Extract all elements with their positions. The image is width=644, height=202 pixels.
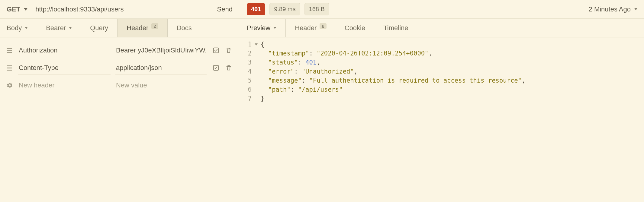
tab-label: Bearer xyxy=(46,24,66,32)
code-line: 4 "error": "Unauthorized", xyxy=(240,67,644,76)
tab-label: Timeline xyxy=(383,24,408,32)
tab-label: Preview xyxy=(247,24,270,32)
url-input[interactable] xyxy=(35,5,216,13)
chevron-down-icon xyxy=(273,27,276,29)
tab-preview[interactable]: Preview xyxy=(240,19,286,37)
chevron-down-icon xyxy=(634,8,637,10)
gear-icon[interactable] xyxy=(7,82,14,88)
tab-query[interactable]: Query xyxy=(81,19,117,37)
chevron-down-icon xyxy=(69,27,72,29)
headers-area xyxy=(0,37,240,94)
code-line: 3 "status": 401, xyxy=(240,58,644,67)
tab-label: Cookie xyxy=(345,24,365,32)
response-age-label: 2 Minutes Ago xyxy=(589,5,631,13)
header-row xyxy=(7,59,233,77)
delete-icon[interactable] xyxy=(225,65,232,71)
toggle-enabled-icon[interactable] xyxy=(213,47,219,54)
drag-handle-icon[interactable] xyxy=(7,65,14,71)
new-header-value-input[interactable] xyxy=(115,79,207,92)
tab-docs[interactable]: Docs xyxy=(168,19,201,37)
response-age-dropdown[interactable]: 2 Minutes Ago xyxy=(589,5,637,13)
response-time-badge: 9.89 ms xyxy=(269,3,300,15)
tab-response-header[interactable]: Header 8 xyxy=(286,19,336,37)
header-value-input[interactable] xyxy=(115,62,207,74)
request-pane: GET Send Body Bearer Query Header 2 xyxy=(0,0,240,202)
status-code-badge: 401 xyxy=(247,3,265,15)
tab-label: Header xyxy=(295,24,317,32)
tab-cookie[interactable]: Cookie xyxy=(336,19,374,37)
request-tabs: Body Bearer Query Header 2 Docs xyxy=(0,19,240,37)
tab-header[interactable]: Header 2 xyxy=(117,19,168,37)
response-size-badge: 168 B xyxy=(304,3,329,15)
code-line: 6 "path": "/api/users" xyxy=(240,85,644,94)
response-tabs: Preview Header 8 Cookie Timeline xyxy=(240,19,644,37)
tab-label: Query xyxy=(90,24,108,32)
code-line: 7} xyxy=(240,94,644,103)
tab-label: Docs xyxy=(177,24,192,32)
drag-handle-icon[interactable] xyxy=(7,48,14,53)
request-topbar: GET Send xyxy=(0,0,240,19)
response-topbar: 401 9.89 ms 168 B 2 Minutes Ago xyxy=(240,0,644,19)
code-line: 2 "timestamp": "2020-04-26T02:12:09.254+… xyxy=(240,49,644,58)
header-row xyxy=(7,42,233,59)
row-actions xyxy=(213,47,232,54)
toggle-enabled-icon[interactable] xyxy=(213,65,219,71)
tab-badge: 8 xyxy=(320,23,326,29)
header-row-new xyxy=(7,77,233,94)
chevron-down-icon xyxy=(25,27,28,29)
response-pane: 401 9.89 ms 168 B 2 Minutes Ago Preview … xyxy=(240,0,644,202)
send-button[interactable]: Send xyxy=(217,4,233,15)
tab-label: Body xyxy=(7,24,22,32)
http-method-dropdown[interactable]: GET xyxy=(7,5,27,13)
chevron-down-icon xyxy=(24,8,27,11)
new-header-name-input[interactable] xyxy=(18,79,111,92)
row-actions xyxy=(213,65,232,71)
app-root: GET Send Body Bearer Query Header 2 xyxy=(0,0,644,202)
code-line: 5 "message": "Full authentication is req… xyxy=(240,76,644,85)
tab-badge: 2 xyxy=(151,23,158,29)
tab-body[interactable]: Body xyxy=(0,19,37,37)
tab-auth[interactable]: Bearer xyxy=(37,19,81,37)
code-line: 1{ xyxy=(240,40,644,49)
header-value-input[interactable] xyxy=(115,44,207,57)
fold-icon[interactable] xyxy=(255,43,258,46)
delete-icon[interactable] xyxy=(225,47,232,54)
tab-label: Header xyxy=(127,24,148,32)
response-body-viewer[interactable]: 1{2 "timestamp": "2020-04-26T02:12:09.25… xyxy=(240,37,644,103)
tab-timeline[interactable]: Timeline xyxy=(374,19,417,37)
header-name-input[interactable] xyxy=(18,44,111,57)
http-method-label: GET xyxy=(7,5,20,13)
header-name-input[interactable] xyxy=(18,62,111,74)
